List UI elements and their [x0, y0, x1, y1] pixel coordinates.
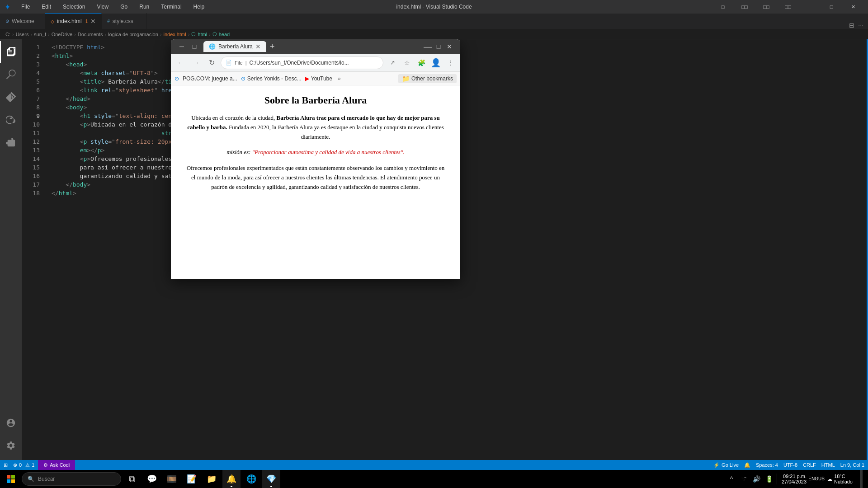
system-clock[interactable]: 09:21 p.m. 27/04/2023 [779, 473, 809, 485]
status-cursor[interactable]: Ln 9, Col 1 [840, 462, 864, 468]
bookmarks-more-button[interactable]: » [338, 75, 341, 82]
bookmark-pog[interactable]: POG.COM: juegue a... [183, 75, 237, 82]
menu-file[interactable]: File [18, 3, 33, 11]
maximize-button[interactable]: □ [821, 0, 842, 14]
remote-icon[interactable]: ⊞ [4, 462, 8, 468]
browser-maximize-button[interactable]: □ [189, 41, 200, 52]
taskbar-vs-icon[interactable]: 💎 [262, 470, 280, 488]
status-language[interactable]: HTML [821, 462, 835, 468]
address-bar[interactable]: 📄 File | C:/Users/sun_f/OneDrive/Documen… [221, 56, 383, 69]
breadcrumb-html[interactable]: ⬡ [191, 31, 196, 37]
breadcrumb-documents[interactable]: Documents [78, 32, 103, 37]
taskbar-search-box[interactable]: 🔍 Buscar [22, 472, 121, 486]
start-button[interactable] [2, 470, 20, 488]
ln-6: 6 [22, 86, 40, 94]
menu-terminal[interactable]: Terminal [157, 3, 185, 11]
language-label: HTML [821, 462, 835, 468]
browser-extensions-icon[interactable]: 🧩 [415, 56, 428, 69]
activity-explorer-icon[interactable] [0, 41, 22, 63]
status-encoding[interactable]: UTF-8 [783, 462, 797, 468]
status-spaces[interactable]: Spaces: 4 [756, 462, 778, 468]
breadcrumb-logica[interactable]: logica de progamacion [108, 32, 158, 37]
bookmark-youtube-icon: ▶ [305, 75, 309, 82]
browser-window-maximize-icon[interactable]: □ [433, 41, 444, 52]
other-bookmarks-folder[interactable]: 📁 Other bookmarks [398, 74, 457, 83]
close-button[interactable]: ✕ [843, 0, 863, 14]
browser-profile-icon[interactable]: 👤 [429, 56, 442, 69]
clock-time: 09:21 p.m. [782, 474, 807, 479]
menu-help[interactable]: Help [190, 3, 208, 11]
bookmark-youtube[interactable]: ▶ YouTube [305, 75, 332, 82]
browser-new-tab-button[interactable]: + [270, 42, 275, 52]
bookmark-series[interactable]: ⊙ Series Yonkis - Desc... [241, 75, 302, 82]
tray-volume-icon[interactable]: 🔊 [751, 474, 762, 484]
menu-edit[interactable]: Edit [38, 3, 55, 11]
status-go-live[interactable]: ⚡ Go Live [713, 462, 739, 468]
browser-minimize-button[interactable]: ─ [176, 41, 187, 52]
browser-titlebar-right: — □ ✕ [422, 41, 455, 52]
browser-para1-pre: Ubicada en el corazón de la ciudad, [191, 114, 275, 121]
breadcrumb-html-label[interactable]: html [198, 32, 207, 37]
status-line-ending[interactable]: CRLF [803, 462, 816, 468]
menu-run[interactable]: Run [136, 3, 153, 11]
taskbar-chat-icon[interactable]: 💬 [143, 470, 161, 488]
status-errors[interactable]: ⊗ 0 ⚠ 1 [13, 462, 34, 468]
window-layout-3-icon[interactable]: □□ [756, 0, 777, 14]
menu-view[interactable]: View [93, 3, 112, 11]
browser-active-tab[interactable]: 🌐 Barberia Alura ✕ [203, 41, 266, 52]
browser-tab-close-icon[interactable]: ✕ [255, 43, 261, 50]
tab-index-html[interactable]: ◇ index.html 1 ✕ [45, 13, 102, 29]
browser-menu-icon[interactable]: ⋮ [444, 56, 457, 69]
browser-refresh-button[interactable]: ↻ [205, 56, 218, 69]
browser-window-close-icon[interactable]: ✕ [444, 41, 455, 52]
weather-temp: 18°C [834, 474, 853, 479]
svg-rect-2 [7, 479, 10, 483]
taskbar-notes-icon[interactable]: 📝 [183, 470, 201, 488]
activity-extensions-icon[interactable] [0, 131, 22, 153]
activity-git-icon[interactable] [0, 86, 22, 108]
tray-language[interactable]: ENG US [811, 474, 822, 484]
index-tab-close-icon[interactable]: ✕ [90, 18, 96, 25]
taskbar-widgets-icon[interactable]: ⧉ [123, 470, 141, 488]
breadcrumb-drive[interactable]: C: [5, 32, 10, 37]
status-bar-left: ⊞ ⊗ 0 ⚠ 1 ⚙ Ask Codi [4, 460, 73, 470]
split-editor-icon[interactable]: ⊟ [849, 22, 854, 29]
activity-account-icon[interactable] [0, 412, 22, 434]
breadcrumb-sunf[interactable]: sun_f [34, 32, 46, 37]
breadcrumb-onedrive[interactable]: OneDrive [52, 32, 72, 37]
window-layout-2-icon[interactable]: □□ [734, 0, 755, 14]
minimize-button[interactable]: ─ [799, 0, 820, 14]
tray-overflow-icon[interactable]: ^ [726, 474, 737, 484]
tab-style-css[interactable]: # style.css [102, 13, 147, 29]
menu-selection[interactable]: Selection [59, 3, 89, 11]
breadcrumb-users[interactable]: Users [16, 32, 29, 37]
menu-go[interactable]: Go [117, 3, 131, 11]
browser-share-icon[interactable]: ↗ [386, 56, 399, 69]
tray-network-icon[interactable] [739, 474, 750, 484]
browser-window-minimize-icon[interactable]: — [422, 41, 433, 52]
activity-debug-icon[interactable] [0, 109, 22, 131]
window-layout-4-icon[interactable]: □□ [778, 0, 798, 14]
taskbar-edge-icon[interactable]: 🔔 [222, 470, 241, 488]
taskbar-explorer-icon[interactable]: 📁 [203, 470, 221, 488]
ask-codi-btn[interactable]: ⚙ Ask Codi [38, 460, 75, 470]
breadcrumb-sep-1: › [30, 32, 32, 37]
browser-forward-button[interactable]: → [190, 56, 203, 69]
tray-battery-icon[interactable]: 🔋 [764, 474, 775, 484]
search-placeholder: Buscar [38, 476, 55, 482]
weather-widget[interactable]: ☁ 18°C Nublado [824, 473, 856, 485]
tray-show-desktop[interactable] [860, 470, 863, 488]
browser-back-button[interactable]: ← [175, 56, 187, 69]
taskbar-media-icon[interactable]: 🎞️ [163, 470, 181, 488]
browser-bookmark-icon[interactable]: ☆ [401, 56, 413, 69]
browser-controls: ─ □ [176, 41, 200, 52]
window-layout-1-icon[interactable]: □ [712, 0, 733, 14]
breadcrumb-head[interactable]: head [219, 32, 230, 37]
more-actions-icon[interactable]: ··· [858, 22, 863, 29]
taskbar-chrome-icon[interactable]: 🌐 [242, 470, 260, 488]
tab-welcome[interactable]: ⊙ Welcome [0, 13, 45, 29]
status-notifications-icon[interactable]: 🔔 [744, 462, 750, 468]
activity-search-icon[interactable] [0, 64, 22, 85]
activity-settings-icon[interactable] [0, 435, 22, 456]
breadcrumb-indexhtml[interactable]: index.html [163, 32, 186, 37]
